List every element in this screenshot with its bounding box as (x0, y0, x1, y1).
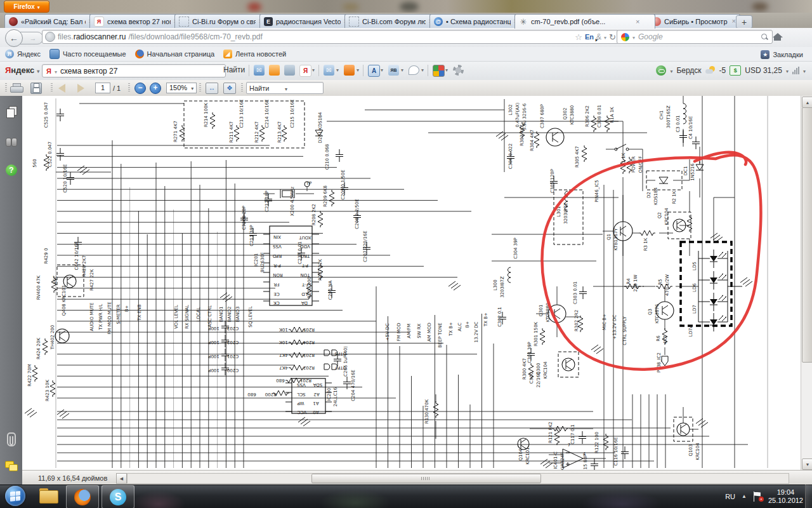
chevron-down-icon[interactable] (285, 84, 320, 92)
tray-language-indicator[interactable]: RU (725, 493, 735, 500)
pdf-find-input[interactable]: Найти (246, 82, 324, 94)
horizontal-scrollbar[interactable] (127, 473, 789, 484)
url-dropdown-icon[interactable] (604, 32, 606, 41)
tab-cibi-com[interactable]: Ci-Bi.com Форум люб... (344, 14, 437, 28)
pdf-page-number[interactable]: 1 (95, 82, 110, 94)
pdf-prev-page-button[interactable] (58, 82, 65, 94)
tab-raysky-sad[interactable]: «Райский Сад: Бал ос... (4, 14, 97, 28)
tray-hidden-icons-button[interactable]: ▲ (742, 493, 747, 499)
svg-text:LD6: LD6 (692, 283, 697, 292)
vertical-scrollbar[interactable]: ▲ ▼ (801, 96, 812, 470)
yandex-account-icon[interactable] (269, 65, 280, 76)
keyboard-language-badge[interactable]: En (585, 33, 594, 41)
tab-cm70-pdf[interactable]: ✳ cm-70_revb.pdf (объе... (514, 14, 655, 29)
taskbar-firefox-button[interactable] (66, 485, 99, 508)
fit-width-icon: ↔ (206, 83, 218, 94)
traffic-signal-icon[interactable] (792, 67, 799, 74)
pdf-fit-width-button[interactable]: ↔ (206, 82, 218, 94)
money-icon[interactable] (344, 65, 355, 76)
svg-text:POWER: POWER (631, 156, 636, 173)
mail-notifier-icon[interactable]: ✉ (324, 65, 334, 76)
key-icon[interactable] (656, 65, 666, 76)
pdf-save-button[interactable] (30, 82, 42, 94)
yandex-menu-button[interactable]: ЯЯндексндекс (5, 65, 39, 75)
site-globe-icon (45, 32, 55, 42)
bookmark-news-feed[interactable]: ◢ Лента новостей (223, 50, 286, 58)
bookmark-yandex[interactable]: Я Яндекс (5, 50, 41, 58)
pdf-zoom-level[interactable]: 150% (166, 82, 197, 94)
svg-text:R121 8K2: R121 8K2 (548, 422, 553, 443)
yandex-search-input[interactable]: Я схема вектор 27 (42, 64, 226, 77)
weather-city[interactable]: Бердск (676, 66, 701, 75)
svg-text:1N5216: 1N5216 (690, 163, 695, 181)
back-button[interactable]: ← (5, 29, 23, 47)
bookmark-star-icon[interactable] (575, 32, 582, 42)
reload-icon[interactable] (609, 32, 616, 42)
apps-grid-icon[interactable] (433, 65, 445, 77)
svg-text:KRC104: KRC104 (543, 361, 548, 379)
new-tab-button[interactable] (736, 15, 752, 29)
bookmark-most-visited[interactable]: Часто посещаемые (49, 49, 126, 59)
action-center-flag-icon[interactable]: × (753, 491, 762, 502)
comments-bubble-icon[interactable] (409, 65, 419, 76)
scroll-left-icon[interactable]: ◀ (116, 473, 127, 484)
tab-radiostancia-vector[interactable]: E радиостанция Vector ... (259, 14, 352, 28)
svg-text:L300: L300 (493, 279, 498, 290)
taskbar-skype-button[interactable]: S (102, 485, 134, 508)
show-desktop-button[interactable] (805, 485, 812, 508)
yandex-disk-icon[interactable] (284, 65, 295, 76)
svg-text:C305 120P: C305 120P (550, 169, 555, 193)
pdf-zoom-in-button[interactable]: + (150, 82, 161, 94)
tab-shema-radiostancii[interactable]: @ • Схема радиостанци... (429, 14, 522, 28)
search-engine-dropdown-icon[interactable] (632, 33, 635, 41)
horizontal-scroll-thumb[interactable] (311, 474, 541, 483)
bookmark-home-page[interactable]: Начальная страница (135, 50, 214, 58)
gear-icon[interactable] (453, 65, 464, 76)
search-placeholder: Google (638, 32, 757, 41)
tab-cibi-ru[interactable]: Ci-Bi.ru Форум о связ... (174, 14, 267, 28)
tab-shema-vektor[interactable]: Я схема вектор 27 номе... (89, 14, 182, 28)
yandex-mail-icon[interactable]: ✉ (254, 65, 265, 76)
tray-clock[interactable]: 19:04 25.10.2012 (768, 488, 803, 505)
firefox-menu-button[interactable]: Firefox (4, 1, 49, 13)
tab-sibir-forum[interactable]: СиБирь • Просмотр т... (648, 14, 740, 28)
pdf-help-button[interactable]: ? (4, 163, 18, 177)
search-bar[interactable]: Google (617, 30, 773, 44)
url-bar[interactable]: files.radioscanner.ru /files/download/fi… (42, 30, 619, 44)
svg-text:LD5: LD5 (692, 262, 697, 271)
yandex-metrics-icon[interactable]: Я (299, 65, 311, 77)
yandex-find-button[interactable]: Найти (223, 65, 245, 74)
taskbar-explorer-button[interactable] (39, 488, 58, 504)
start-button[interactable] (5, 486, 25, 506)
chevron-down-icon[interactable] (55, 67, 57, 76)
svg-text:R211 4K7: R211 4K7 (229, 121, 234, 143)
pdf-comments-button[interactable] (4, 459, 18, 473)
search-icon[interactable] (761, 33, 768, 41)
pdf-fit-page-button[interactable]: ✥ (223, 82, 236, 94)
tab-close-icon[interactable] (636, 18, 639, 25)
scroll-down-icon[interactable]: ▼ (802, 458, 812, 470)
pdf-next-page-button[interactable] (77, 82, 84, 94)
svg-text:VOL LEVEL: VOL LEVEL (174, 305, 179, 329)
url-subdomain: files. (58, 32, 74, 41)
pdf-search-panel-button[interactable] (4, 134, 18, 148)
svg-text:C300: C300 (529, 372, 534, 384)
favicon-placeholder-icon (179, 17, 189, 27)
keyboard-layout-icon[interactable]: ЯВ (388, 65, 399, 76)
svg-text:R428 2K7: R428 2K7 (82, 255, 87, 277)
pdf-pages-panel-button[interactable] (4, 105, 18, 119)
translate-icon[interactable]: A (368, 65, 380, 77)
vertical-scroll-thumb[interactable] (802, 107, 812, 363)
svg-text:C116 10/16E: C116 10/16E (613, 437, 619, 465)
yandex-toolbar-right: Бердск -5 $ USD 31,25 (656, 64, 806, 77)
favicon-e-icon: E (264, 17, 273, 26)
bookmarks-menu-button[interactable]: ★ Закладки (761, 47, 803, 62)
pdf-attachments-button[interactable] (4, 432, 18, 446)
home-button[interactable] (770, 30, 785, 44)
currency-rate[interactable]: USD 31,25 (745, 66, 782, 75)
pdf-print-button[interactable] (10, 82, 23, 94)
scroll-up-icon[interactable]: ▲ (802, 97, 812, 108)
svg-text:CH1: CH1 (659, 110, 664, 120)
pdf-zoom-out-button[interactable]: − (134, 82, 146, 94)
skype-icon: S (110, 489, 126, 505)
